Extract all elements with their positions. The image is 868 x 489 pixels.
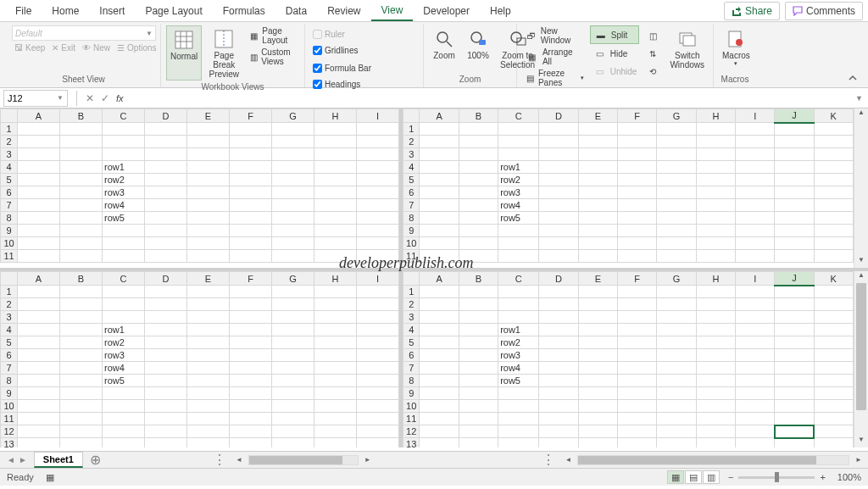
cell[interactable] [657, 336, 696, 349]
cell[interactable] [145, 186, 187, 199]
cell[interactable] [60, 425, 103, 438]
sheetview-default[interactable]: Default [15, 29, 42, 38]
column-header[interactable]: D [539, 109, 578, 123]
cell[interactable] [618, 311, 657, 324]
cell[interactable] [775, 136, 814, 148]
cell[interactable] [578, 212, 617, 225]
cell[interactable] [459, 425, 498, 438]
cell[interactable] [696, 123, 735, 136]
cell[interactable] [814, 362, 853, 375]
cell[interactable] [187, 425, 230, 438]
row-header[interactable]: 5 [1, 336, 18, 349]
cell[interactable] [314, 186, 357, 199]
record-macro-icon[interactable]: ▦ [46, 472, 54, 483]
cell[interactable] [736, 174, 775, 186]
cell[interactable] [145, 148, 187, 161]
cell[interactable] [736, 225, 775, 237]
cell[interactable] [60, 349, 103, 362]
cell[interactable] [230, 349, 272, 362]
cell[interactable] [60, 123, 103, 136]
cell[interactable]: row1 [103, 324, 145, 336]
cell[interactable] [60, 438, 103, 448]
cell[interactable] [539, 425, 578, 438]
row-header[interactable]: 3 [1, 311, 18, 324]
cell[interactable] [578, 349, 617, 362]
cell[interactable] [357, 425, 399, 438]
zoom-level[interactable]: 100% [837, 472, 861, 482]
pane-top-left[interactable]: ABCDEFGHI1234row15row26row37row48row5910… [0, 108, 403, 268]
cell[interactable] [578, 425, 617, 438]
cell[interactable] [145, 136, 187, 148]
cell[interactable] [145, 123, 187, 136]
cell[interactable] [736, 212, 775, 225]
cell[interactable] [498, 438, 539, 448]
cell[interactable] [736, 375, 775, 387]
cell[interactable] [736, 438, 775, 448]
tab-review[interactable]: Review [317, 2, 370, 20]
cell[interactable] [357, 286, 399, 298]
cell[interactable]: row3 [103, 349, 145, 362]
row-header[interactable]: 9 [403, 225, 420, 237]
cell[interactable] [618, 174, 657, 186]
cell[interactable] [657, 161, 696, 174]
cell[interactable] [60, 212, 103, 225]
cell[interactable] [272, 250, 314, 263]
cell[interactable] [578, 413, 617, 425]
cell[interactable] [103, 136, 145, 148]
cell[interactable] [357, 324, 399, 336]
cell[interactable] [314, 286, 357, 298]
cell[interactable] [578, 186, 617, 199]
cell[interactable] [145, 311, 187, 324]
options-button[interactable]: ☰Options [114, 42, 159, 53]
cell[interactable] [18, 413, 60, 425]
column-header[interactable]: I [357, 272, 399, 286]
column-header[interactable]: A [420, 109, 459, 123]
cell[interactable] [814, 387, 853, 400]
formula-cancel-button[interactable]: ✕ [82, 92, 97, 104]
cell[interactable] [736, 425, 775, 438]
hscroll-right-track[interactable] [577, 455, 849, 465]
cell[interactable] [539, 336, 578, 349]
cell[interactable] [539, 362, 578, 375]
cell[interactable] [814, 311, 853, 324]
cell[interactable] [736, 136, 775, 148]
cell[interactable] [187, 212, 230, 225]
cell[interactable] [230, 123, 272, 136]
cell[interactable] [230, 387, 272, 400]
cell[interactable] [103, 298, 145, 311]
cell[interactable] [539, 148, 578, 161]
cell[interactable] [420, 336, 459, 349]
row-header[interactable]: 6 [403, 186, 420, 199]
cell[interactable] [459, 298, 498, 311]
cell[interactable] [230, 311, 272, 324]
cell[interactable] [814, 161, 853, 174]
tab-file[interactable]: File [5, 2, 42, 20]
cell[interactable] [314, 375, 357, 387]
cell[interactable] [314, 212, 357, 225]
column-header[interactable]: H [314, 109, 357, 123]
cell[interactable] [187, 298, 230, 311]
normal-view-button[interactable]: Normal [166, 25, 202, 81]
row-header[interactable]: 13 [403, 438, 420, 448]
cell[interactable] [230, 362, 272, 375]
cell[interactable] [459, 237, 498, 250]
cell[interactable] [775, 237, 814, 250]
cell[interactable] [618, 349, 657, 362]
cell[interactable] [775, 286, 814, 298]
cell[interactable] [696, 400, 735, 413]
cell[interactable] [272, 298, 314, 311]
cell[interactable] [18, 324, 60, 336]
cell[interactable] [736, 349, 775, 362]
cell[interactable] [657, 387, 696, 400]
cell[interactable] [103, 123, 145, 136]
cell[interactable] [736, 286, 775, 298]
add-sheet-button[interactable]: ⊕ [83, 452, 108, 468]
cell[interactable] [618, 186, 657, 199]
cell[interactable] [696, 212, 735, 225]
cell[interactable] [814, 400, 853, 413]
cell[interactable] [618, 225, 657, 237]
cell[interactable] [357, 349, 399, 362]
exit-button[interactable]: ✕Exit [49, 42, 78, 53]
column-header[interactable]: F [618, 109, 657, 123]
cell[interactable] [145, 413, 187, 425]
